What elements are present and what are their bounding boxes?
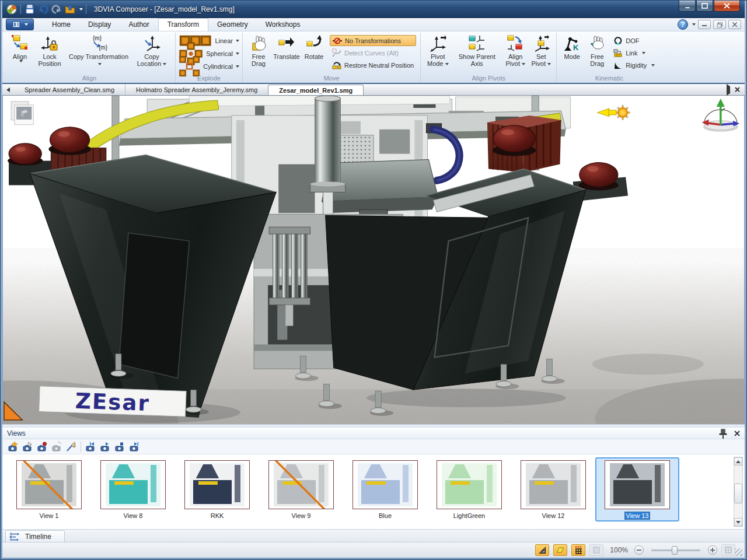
paint-views-button[interactable] [66, 442, 76, 452]
zoom-slider-thumb[interactable] [672, 546, 678, 555]
minimize-button[interactable] [679, 1, 696, 12]
dof-button[interactable]: DOF [611, 35, 657, 46]
qat-dropdown-icon[interactable] [79, 8, 83, 10]
3d-viewport[interactable]: ZEsar [2, 96, 745, 424]
doc-tab-spreader-clean[interactable]: Spreader Assembly_Clean.smg [14, 84, 125, 95]
paper-toggle-button-disabled[interactable] [589, 544, 603, 556]
view-thumbnail-selected[interactable]: View 13 [595, 457, 679, 522]
tab-author[interactable]: Author [120, 19, 158, 31]
view-thumbnail-label[interactable]: LightGreen [453, 512, 485, 519]
view-thumbnail[interactable]: View 9 [259, 457, 343, 522]
view-thumbnail[interactable]: View 12 [511, 457, 595, 522]
maximize-button[interactable] [696, 1, 713, 12]
doc-tab-zesar-rev1[interactable]: Zesar_model_Rev1.smg [268, 85, 364, 95]
doc-tab-scroll-right-button[interactable] [727, 86, 730, 93]
kinematic-free-drag-button[interactable]: Free Drag [584, 33, 610, 68]
link-button[interactable]: Link [611, 47, 657, 58]
snapshot-thumbnail-icon[interactable] [11, 102, 33, 125]
set-pivot-button[interactable]: Set Pivot [529, 33, 553, 68]
view-thumbnail[interactable]: LightGreen [427, 457, 511, 522]
doc-tab-holmatro-jeremy[interactable]: Holmatro Spreader Assembly_Jeremy.smg [125, 84, 268, 95]
zoom-out-button[interactable] [634, 545, 644, 555]
copy-transformation-button[interactable]: {m} {m} Copy Transformation [66, 33, 131, 68]
tab-display[interactable]: Display [79, 19, 120, 31]
views-close-icon[interactable] [734, 430, 740, 436]
tab-home[interactable]: Home [43, 19, 79, 31]
toolbar-separator [81, 442, 81, 452]
restore-neutral-position-button[interactable]: Restore Neutral Position [330, 60, 416, 71]
timeline-tab[interactable]: Timeline [5, 530, 65, 542]
zoom-in-button[interactable] [708, 545, 717, 555]
tab-transform[interactable]: Transform [158, 18, 208, 31]
application-menu-button[interactable] [6, 19, 34, 30]
view-thumbnail[interactable]: RKK [175, 457, 259, 522]
align-pivot-button[interactable]: Align Pivot [502, 33, 529, 68]
view-thumbnail-image[interactable] [100, 460, 166, 509]
kinematic-mode-button[interactable]: K Mode [560, 33, 584, 60]
create-view-button[interactable] [8, 442, 18, 452]
view-thumbnail-label[interactable]: View 1 [40, 512, 59, 519]
grid-toggle-button[interactable] [571, 544, 585, 556]
scroll-up-button[interactable] [734, 457, 742, 466]
view-thumbnail-image[interactable] [352, 460, 418, 509]
view-thumbnail[interactable]: Blue [343, 457, 427, 522]
view-thumbnail-image[interactable] [16, 460, 82, 509]
pin-icon[interactable] [718, 428, 728, 439]
view-thumbnail[interactable]: View 8 [91, 457, 175, 522]
ground-toggle-button[interactable] [553, 544, 567, 556]
update-all-views-button-disabled[interactable] [51, 442, 62, 452]
view-thumbnail-label[interactable]: View 9 [292, 512, 311, 519]
child-minimize-button[interactable] [698, 20, 711, 29]
help-button[interactable]: ? [678, 19, 688, 30]
view-thumbnail[interactable]: View 1 [7, 457, 91, 522]
explode-cylindrical-button[interactable]: Cylindrical [179, 61, 239, 72]
goto-next-view-button[interactable] [129, 442, 139, 452]
doc-tab-close-button[interactable] [735, 87, 740, 92]
fit-view-button-disabled[interactable] [721, 544, 735, 556]
close-button[interactable] [714, 1, 740, 12]
tab-workshops[interactable]: Workshops [257, 19, 309, 31]
view-thumbnail-label-editing[interactable]: View 13 [624, 512, 651, 519]
view-thumbnail-image[interactable] [605, 460, 670, 509]
view-thumbnail-image[interactable] [184, 460, 250, 509]
camera-record-button[interactable] [37, 442, 47, 452]
view-thumbnail-label[interactable]: Blue [379, 512, 392, 519]
publish-button[interactable] [64, 4, 76, 15]
pivot-mode-button[interactable]: Pivot Mode [424, 33, 452, 68]
view-thumbnail-image[interactable] [268, 460, 334, 509]
detect-curves-button[interactable]: Detect Curves (Alt) [330, 47, 416, 58]
undo-button[interactable] [37, 4, 49, 15]
doc-tab-scroll-left-button[interactable] [2, 84, 14, 95]
copy-location-button[interactable]: Copy Location [131, 33, 172, 68]
views-scrollbar[interactable] [734, 457, 743, 527]
app-logo-icon[interactable] [6, 4, 18, 15]
measure-toggle-button[interactable] [535, 544, 549, 556]
save-button[interactable] [24, 4, 36, 15]
show-parent-axis-button[interactable]: Show Parent Axis [452, 33, 502, 68]
view-thumbnail-image[interactable] [437, 460, 502, 509]
view-thumbnail-image[interactable] [521, 460, 586, 509]
scrollbar-thumb[interactable] [734, 484, 742, 503]
view-thumbnail-label[interactable]: View 8 [124, 512, 143, 519]
stop-button[interactable] [114, 442, 125, 452]
redo-button[interactable] [51, 4, 62, 15]
view-thumbnail-label[interactable]: View 12 [542, 512, 565, 519]
align-button[interactable]: Align [6, 33, 33, 62]
help-caret-icon[interactable] [692, 23, 696, 26]
rotate-button[interactable]: Rotate [302, 33, 326, 60]
update-view-button[interactable] [22, 442, 33, 452]
no-transformations-button[interactable]: No Transformations [330, 35, 416, 46]
lock-position-button[interactable]: Lock Position [33, 33, 66, 68]
view-thumbnail-label[interactable]: RKK [211, 512, 224, 519]
play-views-button[interactable] [100, 442, 110, 452]
resize-grip[interactable] [735, 548, 742, 556]
child-close-button[interactable] [728, 20, 741, 29]
scroll-down-button[interactable] [734, 518, 742, 526]
child-restore-button[interactable] [713, 20, 726, 29]
goto-first-view-button[interactable] [85, 442, 96, 452]
translate-button[interactable]: Translate [271, 33, 302, 60]
tab-geometry[interactable]: Geometry [208, 19, 257, 31]
move-free-drag-button[interactable]: Free Drag [246, 33, 271, 68]
zoom-slider[interactable] [651, 550, 700, 551]
rigidity-button[interactable]: Rigidity [611, 60, 657, 71]
